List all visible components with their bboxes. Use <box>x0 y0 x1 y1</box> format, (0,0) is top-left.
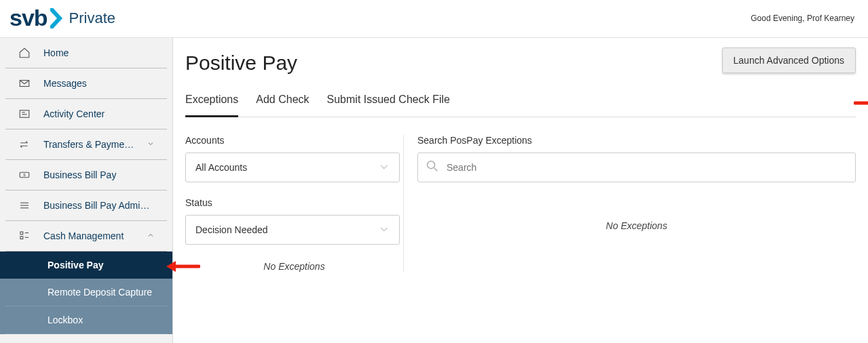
sidebar-subnav: Positive Pay Remote Deposit Capture Lock… <box>0 251 172 334</box>
greeting-text: Good Evening, Prof Kearney <box>751 14 854 23</box>
sidebar-item-home[interactable]: Home <box>5 38 167 68</box>
search-icon <box>425 159 440 176</box>
sidebar-item-messages[interactable]: Messages <box>5 68 167 99</box>
sidebar-item-label: Home <box>43 47 155 58</box>
annotation-arrow-right <box>854 96 868 113</box>
svg-rect-10 <box>20 237 23 239</box>
bill-icon: $ <box>18 168 31 182</box>
sidebar-item-label: Messages <box>43 78 155 89</box>
sidebar-subitem-label: Lockbox <box>48 315 83 325</box>
news-icon <box>18 107 31 121</box>
grid-icon <box>18 229 31 243</box>
chevron-up-icon <box>147 230 155 241</box>
filters-right-column: Search PosPay Exceptions No Exceptions <box>417 135 856 272</box>
sidebar-subitem-lockbox[interactable]: Lockbox <box>5 306 167 334</box>
sidebar: Home Messages Activity Center Transfers … <box>0 38 173 343</box>
sidebar-item-label: Cash Management <box>43 230 134 241</box>
svg-rect-9 <box>20 232 23 235</box>
menu-icon <box>18 199 31 212</box>
tab-add-check[interactable]: Add Check <box>256 94 309 117</box>
accounts-label: Accounts <box>185 135 403 146</box>
page-title: Positive Pay <box>185 52 297 75</box>
home-icon <box>18 46 31 60</box>
svg-rect-1 <box>20 110 29 118</box>
svg-line-14 <box>434 168 438 172</box>
tabs: Exceptions Add Check Submit Issued Check… <box>185 94 856 117</box>
main-content: Positive Pay Launch Advanced Options Exc… <box>173 38 868 343</box>
status-select-value: Decision Needed <box>195 224 268 235</box>
svg-text:$: $ <box>23 173 26 177</box>
sidebar-subitem-remote-deposit[interactable]: Remote Deposit Capture <box>5 279 167 306</box>
sidebar-subitem-label: Remote Deposit Capture <box>48 287 152 298</box>
sidebar-subitem-label: Positive Pay <box>48 260 104 270</box>
sidebar-item-label: Activity Center <box>43 108 155 119</box>
sidebar-item-label: Business Bill Pay Admini... <box>43 200 155 211</box>
sidebar-item-cash-management[interactable]: Cash Management <box>5 221 167 251</box>
no-exceptions-left: No Exceptions <box>185 261 403 272</box>
search-input-wrap[interactable] <box>417 153 856 182</box>
sidebar-item-activity-center[interactable]: Activity Center <box>5 99 167 129</box>
logo-text: svb <box>10 5 48 31</box>
chevron-down-icon <box>379 161 390 174</box>
accounts-select-value: All Accounts <box>195 162 247 173</box>
sidebar-item-business-bill-pay-admin[interactable]: Business Bill Pay Admini... <box>5 190 167 221</box>
tab-submit-issued-check-file[interactable]: Submit Issued Check File <box>327 94 450 117</box>
filters-left-column: Accounts All Accounts Status Decision Ne… <box>185 135 404 272</box>
sidebar-subitem-positive-pay[interactable]: Positive Pay <box>0 251 172 279</box>
logo-chevron-icon <box>50 8 64 28</box>
chevron-down-icon <box>147 139 155 150</box>
sidebar-item-label: Transfers & Payments <box>43 139 134 150</box>
status-label: Status <box>185 197 403 208</box>
sidebar-item-transfers[interactable]: Transfers & Payments <box>5 129 167 160</box>
accounts-select[interactable]: All Accounts <box>185 153 400 182</box>
chevron-down-icon <box>379 224 390 237</box>
svg-point-13 <box>428 161 435 169</box>
no-exceptions-right: No Exceptions <box>417 220 856 231</box>
status-select[interactable]: Decision Needed <box>185 215 400 245</box>
transfer-icon <box>18 138 31 151</box>
sidebar-item-label: Business Bill Pay <box>43 169 155 180</box>
logo-subtext: Private <box>69 9 115 27</box>
search-label: Search PosPay Exceptions <box>417 135 856 146</box>
logo[interactable]: svb Private <box>10 5 115 31</box>
launch-advanced-options-button[interactable]: Launch Advanced Options <box>722 47 856 73</box>
sidebar-item-business-bill-pay[interactable]: $ Business Bill Pay <box>5 160 167 190</box>
header: svb Private Good Evening, Prof Kearney <box>0 0 868 38</box>
envelope-icon <box>18 77 31 90</box>
search-input[interactable] <box>447 162 848 173</box>
tab-exceptions[interactable]: Exceptions <box>185 94 238 117</box>
